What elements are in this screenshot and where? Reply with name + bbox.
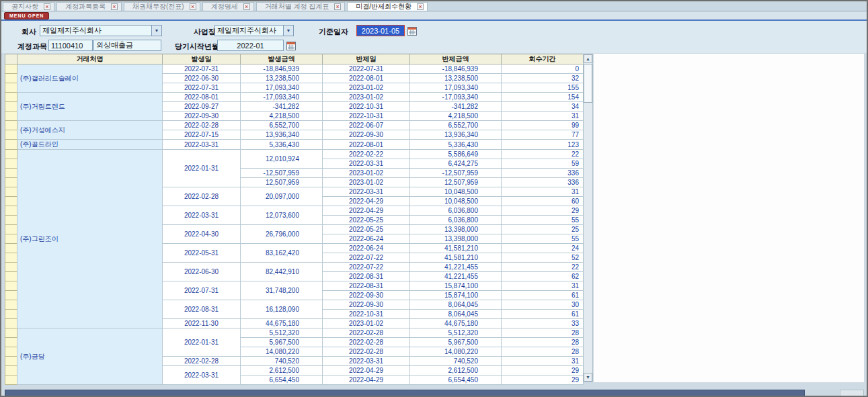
occurrence-amount-cell[interactable]: 5,967,500 [241, 338, 323, 347]
occurrence-date-cell[interactable]: 2022-06-30 [163, 263, 241, 281]
collection-days-cell[interactable]: 24 [502, 244, 584, 253]
collection-days-cell[interactable]: 123 [502, 140, 584, 150]
settlement-date-cell[interactable]: 2022-05-25 [323, 216, 410, 225]
settlement-date-cell[interactable]: 2022-04-29 [323, 366, 410, 376]
occurrence-amount-cell[interactable]: 12,507,959 [241, 178, 323, 187]
collection-days-cell[interactable]: 30 [502, 300, 584, 310]
vertical-scroll-thumb[interactable] [584, 64, 592, 103]
settlement-date-cell[interactable]: 2022-06-24 [323, 244, 410, 253]
occurrence-amount-cell[interactable]: 82,442,910 [241, 263, 323, 281]
tab-close-icon[interactable]: × [111, 3, 118, 10]
occurrence-amount-cell[interactable]: 14,080,220 [241, 347, 323, 357]
collection-days-cell[interactable]: 62 [502, 272, 584, 281]
tab-채권채무장(전표)[interactable]: 채권채무장(전표)× [124, 2, 200, 11]
occurrence-date-cell[interactable]: 2022-08-01 [163, 93, 241, 102]
occurrence-amount-cell[interactable]: -18,846,939 [241, 64, 323, 74]
settlement-amount-cell[interactable]: 10,048,500 [410, 197, 502, 206]
scroll-down-icon[interactable]: ▼ [584, 373, 592, 382]
tab-거래처별 계정 집계표[interactable]: 거래처별 계정 집계표× [256, 2, 346, 11]
row-indicator[interactable] [5, 216, 17, 225]
settlement-amount-cell[interactable]: 41,221,455 [410, 272, 502, 281]
tab-계정명세[interactable]: 계정명세× [202, 2, 254, 11]
settlement-amount-cell[interactable]: -341,282 [410, 102, 502, 112]
row-indicator[interactable] [5, 328, 17, 338]
collection-days-cell[interactable]: 32 [502, 74, 584, 83]
occurrence-date-cell[interactable]: 2022-07-31 [163, 83, 241, 93]
collection-days-cell[interactable]: 99 [502, 121, 584, 130]
settlement-amount-cell[interactable]: -18,846,939 [410, 64, 502, 74]
grid-vertical-scrollbar[interactable]: ▲ ▼ [583, 54, 593, 382]
account-name-input[interactable] [93, 40, 161, 51]
occurrence-date-cell[interactable]: 2022-09-30 [163, 112, 241, 121]
settlement-amount-cell[interactable]: 13,398,000 [410, 234, 502, 244]
settlement-amount-cell[interactable]: 13,398,000 [410, 225, 502, 234]
occurrence-amount-cell[interactable]: 26,796,000 [241, 225, 323, 244]
calendar-icon[interactable] [286, 41, 296, 50]
horizontal-scroll-thumb[interactable] [5, 390, 805, 396]
row-indicator[interactable] [5, 357, 17, 366]
collection-days-cell[interactable]: 22 [502, 150, 584, 159]
row-indicator[interactable] [5, 93, 17, 102]
row-indicator[interactable] [5, 121, 17, 130]
settlement-date-cell[interactable]: 2022-03-31 [323, 159, 410, 169]
chevron-down-icon[interactable]: ▼ [151, 26, 161, 36]
scroll-up-icon[interactable]: ▲ [584, 54, 592, 63]
settlement-amount-cell[interactable]: 2,612,500 [410, 366, 502, 376]
collection-days-cell[interactable]: 33 [502, 319, 584, 328]
occurrence-date-cell[interactable]: 2022-01-31 [163, 150, 241, 187]
row-indicator[interactable] [5, 159, 17, 169]
occurrence-amount-cell[interactable]: 2,612,500 [241, 366, 323, 376]
settlement-date-cell[interactable]: 2022-02-28 [323, 338, 410, 347]
settlement-date-cell[interactable]: 2022-07-31 [323, 64, 410, 74]
settlement-date-cell[interactable]: 2023-01-02 [323, 178, 410, 187]
tab-close-icon[interactable]: × [243, 3, 250, 10]
collection-days-cell[interactable]: 155 [502, 83, 584, 93]
customer-name-cell[interactable]: (주)그린조이 [17, 150, 163, 328]
settlement-amount-cell[interactable]: 740,520 [410, 357, 502, 366]
collection-days-cell[interactable]: 336 [502, 178, 584, 187]
settlement-amount-cell[interactable]: 10,048,500 [410, 187, 502, 197]
occurrence-amount-cell[interactable]: 740,520 [241, 357, 323, 366]
settlement-amount-cell[interactable]: 12,507,959 [410, 178, 502, 187]
occurrence-amount-cell[interactable]: 5,336,430 [241, 140, 323, 150]
settlement-date-cell[interactable]: 2022-06-24 [323, 234, 410, 244]
settlement-date-cell[interactable]: 2022-08-01 [323, 140, 410, 150]
row-indicator[interactable] [5, 310, 17, 319]
settlement-date-cell[interactable]: 2022-10-31 [323, 310, 410, 319]
row-indicator[interactable] [5, 225, 17, 234]
settlement-date-cell[interactable]: 2022-02-28 [323, 347, 410, 357]
occurrence-amount-cell[interactable]: 20,097,000 [241, 187, 323, 206]
settlement-amount-cell[interactable]: 14,080,220 [410, 347, 502, 357]
settlement-amount-cell[interactable]: 6,424,275 [410, 159, 502, 169]
calendar-icon[interactable] [407, 26, 417, 35]
row-indicator[interactable] [5, 83, 17, 93]
row-indicator[interactable] [5, 130, 17, 140]
settlement-date-cell[interactable]: 2022-08-31 [323, 281, 410, 291]
row-indicator[interactable] [5, 244, 17, 253]
period-start-input[interactable] [217, 40, 284, 51]
settlement-date-cell[interactable]: 2022-04-29 [323, 206, 410, 216]
settlement-date-cell[interactable]: 2022-02-28 [323, 328, 410, 338]
settlement-date-cell[interactable]: 2022-08-31 [323, 272, 410, 281]
customer-name-cell[interactable]: (주)거성에스지 [17, 121, 163, 140]
settlement-date-cell[interactable]: 2022-10-31 [323, 102, 410, 112]
collection-days-cell[interactable]: 22 [502, 263, 584, 272]
collection-days-cell[interactable]: 52 [502, 253, 584, 263]
occurrence-date-cell[interactable]: 2022-05-31 [163, 244, 241, 263]
customer-name-cell[interactable]: (주)금담 [17, 328, 163, 385]
collection-days-cell[interactable]: 29 [502, 206, 584, 216]
site-select[interactable]: 제일제지주식회사 ▼ [214, 25, 294, 36]
collection-days-cell[interactable]: 28 [502, 328, 584, 338]
tab-close-icon[interactable]: × [44, 3, 50, 10]
collection-days-cell[interactable]: 61 [502, 310, 584, 319]
tab-미결/반제회수현황[interactable]: 미결/반제회수현황× [347, 2, 428, 11]
settlement-amount-cell[interactable]: 5,586,649 [410, 150, 502, 159]
occurrence-date-cell[interactable]: 2022-03-31 [163, 206, 241, 225]
occurrence-amount-cell[interactable]: 6,552,700 [241, 121, 323, 130]
occurrence-date-cell[interactable]: 2022-06-30 [163, 74, 241, 83]
settlement-date-cell[interactable]: 2022-02-22 [323, 150, 410, 159]
collection-days-cell[interactable]: 29 [502, 366, 584, 376]
occurrence-date-cell[interactable]: 2022-02-28 [163, 121, 241, 130]
settlement-date-cell[interactable]: 2022-03-31 [323, 357, 410, 366]
row-indicator[interactable] [5, 150, 17, 159]
